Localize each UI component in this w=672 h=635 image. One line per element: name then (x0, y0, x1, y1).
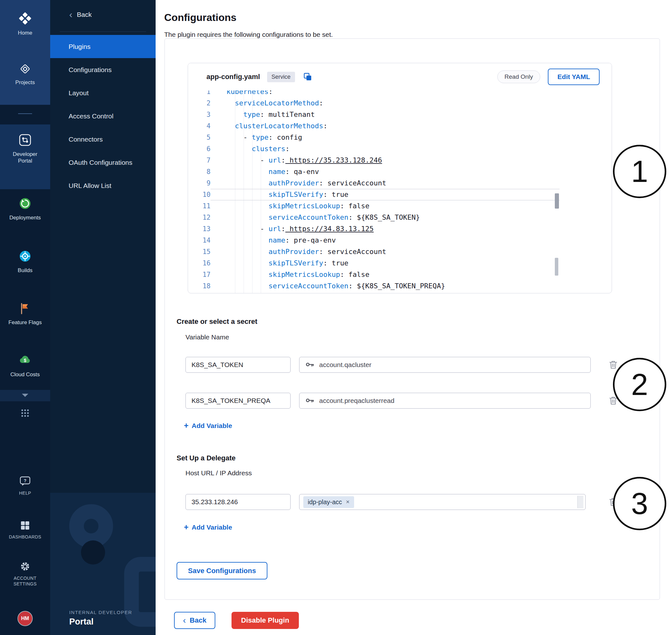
code-scrollbar-thumb[interactable] (555, 193, 559, 209)
main-content: Configurations The plugin requires the f… (156, 0, 672, 635)
yaml-card-header: app-config.yaml Service Read Only Edit Y… (188, 63, 612, 90)
trash-icon (609, 366, 617, 371)
yaml-code-scroll: 123456789101112131415161718 kubernetes: … (188, 90, 560, 292)
copy-icon (303, 78, 312, 82)
rail-item-cloud-costs[interactable]: $ Cloud Costs (0, 353, 50, 378)
variable-input-2[interactable] (186, 393, 290, 409)
yaml-code-lines: kubernetes: serviceLocatorMethod: type: … (211, 90, 560, 292)
rail-item-dashboards[interactable]: DASHBOARDS (0, 521, 50, 540)
page-subtitle: The plugin requires the following config… (164, 31, 333, 38)
tag-field-scrollbar[interactable] (577, 496, 583, 508)
read-only-badge: Read Only (497, 70, 541, 83)
svg-text:$: $ (24, 358, 26, 363)
subnav-item-url-allow-list[interactable]: URL Allow List (50, 174, 156, 197)
rail-item-feature-flags[interactable]: Feature Flags (0, 302, 50, 326)
configurations-panel: app-config.yaml Service Read Only Edit Y… (165, 38, 660, 600)
back-link-label: Back (77, 11, 92, 18)
add-variable-link-2[interactable]: + Add Variable (184, 523, 232, 532)
add-variable-link-1[interactable]: + Add Variable (184, 421, 232, 430)
add-variable-label: Add Variable (192, 422, 232, 430)
page-title: Configurations (164, 12, 237, 23)
subnav-footer-area: INTERNAL DEVELOPER Portal (50, 493, 156, 635)
settings-gear-icon (20, 561, 30, 573)
rail-item-projects[interactable]: Projects (0, 63, 50, 86)
feature-flags-icon (19, 302, 31, 316)
subnav-menu: Plugins Configurations Layout Access Con… (50, 35, 156, 197)
secret-select-2[interactable]: account.preqaclusterread (299, 393, 591, 409)
portal-brand-kicker: INTERNAL DEVELOPER (69, 610, 132, 615)
rail-item-label: Feature Flags (8, 319, 42, 326)
secret-select-value: account.qacluster (319, 361, 372, 369)
back-button[interactable]: ‹ Back (174, 612, 215, 629)
tag-chip-label: idp-play-acc (308, 499, 342, 506)
subnav-item-access-control[interactable]: Access Control (50, 105, 156, 128)
subnav-item-connectors[interactable]: Connectors (50, 128, 156, 151)
portal-brand: INTERNAL DEVELOPER Portal (69, 610, 132, 627)
subnav-item-configurations[interactable]: Configurations (50, 58, 156, 81)
key-icon (306, 361, 314, 369)
rail-item-home[interactable]: Home (0, 12, 50, 36)
plugin-subnav: ‹ Back Plugins Configurations Layout Acc… (50, 0, 156, 635)
rail-item-account-settings[interactable]: ACCOUNT SETTINGS (0, 561, 50, 587)
chevron-down-icon (22, 393, 28, 398)
rail-user[interactable]: HM (0, 612, 50, 626)
chevron-left-icon: ‹ (69, 12, 72, 18)
rail-item-label: Builds (18, 267, 32, 274)
rail-item-developer-portal[interactable]: Developer Portal (0, 133, 50, 165)
annotation-circle-2: 2 (613, 358, 666, 411)
delegate-section-heading: Set Up a Delegate (177, 454, 236, 462)
tag-chip[interactable]: idp-play-acc ✕ (303, 496, 354, 508)
secret-select-value: account.preqaclusterread (319, 397, 394, 404)
plus-icon: + (184, 421, 189, 430)
chevron-left-icon: ‹ (183, 617, 186, 623)
annotation-circle-1: 1 (613, 145, 666, 198)
secret-section-heading: Create or select a secret (177, 318, 257, 326)
projects-icon (19, 63, 31, 76)
subnav-divider (60, 31, 146, 32)
rail-item-label: Deployments (9, 214, 41, 221)
yaml-card: app-config.yaml Service Read Only Edit Y… (188, 63, 612, 293)
host-input[interactable] (186, 494, 290, 510)
developer-portal-icon (18, 133, 32, 148)
back-link[interactable]: ‹ Back (69, 11, 92, 18)
edit-yaml-button[interactable]: Edit YAML (548, 69, 600, 85)
code-scrollbar-thumb-secondary[interactable] (555, 258, 558, 276)
svg-text:?: ? (24, 478, 27, 483)
rail-item-builds[interactable]: Builds (0, 249, 50, 274)
subnav-item-layout[interactable]: Layout (50, 81, 156, 105)
add-variable-label: Add Variable (192, 524, 232, 531)
decorative-dot (81, 540, 105, 565)
key-icon (306, 397, 314, 404)
variable-input-1[interactable] (186, 357, 290, 373)
rail-item-deployments[interactable]: Deployments (0, 197, 50, 221)
user-avatar[interactable]: HM (18, 612, 32, 626)
host-url-label: Host URL / IP Address (186, 469, 252, 477)
disable-plugin-button[interactable]: Disable Plugin (232, 612, 299, 629)
rail-module-switcher[interactable] (0, 409, 50, 418)
deployments-icon (18, 197, 32, 212)
screen: Home Projects Developer Portal Deploymen… (0, 0, 672, 635)
save-configurations-button[interactable]: Save Configurations (177, 562, 267, 579)
rail-item-help[interactable]: ? HELP (0, 476, 50, 496)
delegate-tag-select[interactable]: idp-play-acc ✕ (299, 494, 586, 510)
back-button-label: Back (190, 616, 207, 625)
rail-collapse-strip[interactable] (0, 390, 50, 401)
subnav-item-plugins[interactable]: Plugins (50, 35, 156, 58)
subnav-item-oauth-configurations[interactable]: OAuth Configurations (50, 151, 156, 174)
variable-name-label: Variable Name (186, 333, 229, 341)
rail-item-label: Cloud Costs (10, 371, 40, 378)
rail-item-label: HELP (19, 490, 31, 496)
module-grid-icon (21, 409, 29, 418)
yaml-editor-viewport[interactable]: 123456789101112131415161718 kubernetes: … (188, 90, 560, 293)
chip-remove-icon[interactable]: ✕ (346, 499, 350, 505)
portal-brand-title: Portal (69, 617, 132, 627)
cloud-costs-icon: $ (18, 353, 32, 368)
harness-logo-icon (18, 12, 32, 27)
annotation-circle-3: 3 (613, 477, 666, 530)
delete-variable-button-1[interactable] (608, 358, 619, 371)
module-rail: Home Projects Developer Portal Deploymen… (0, 0, 50, 635)
yaml-filename: app-config.yaml (207, 73, 260, 81)
yaml-gutter: 123456789101112131415161718 (188, 90, 211, 292)
copy-button[interactable] (303, 72, 312, 81)
secret-select-1[interactable]: account.qacluster (299, 357, 591, 373)
